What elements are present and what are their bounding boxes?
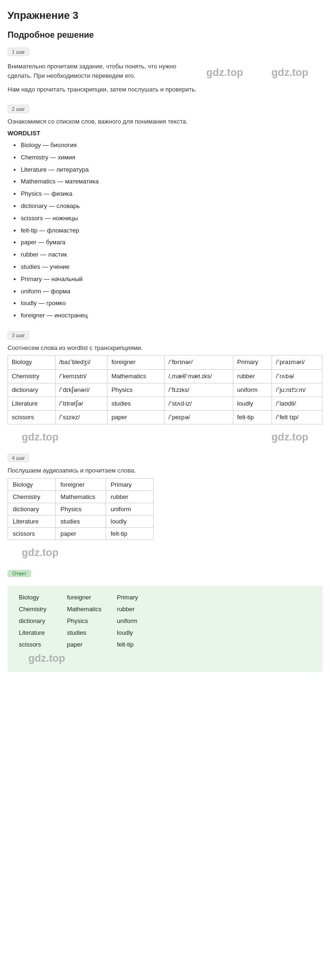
watermark-3: gdz.top — [22, 431, 58, 443]
table-cell: /ˈpeɪpə/ — [165, 411, 233, 424]
table-row: Literature/ˈlɪtrətʃə/studies/ˈstʌd·iz/lo… — [8, 397, 322, 411]
table-cell: /ˈfelt tɪp/ — [272, 411, 322, 424]
table-cell: Mathematics — [56, 490, 106, 503]
answer-section: Ответ BiologyforeignerPrimaryChemistryMa… — [8, 569, 322, 672]
table-cell: /ˈfɪzɪks/ — [165, 383, 233, 397]
watermark-row-1: Внимательно прочитаем задание, чтобы пон… — [8, 62, 322, 83]
page: Упражнение 3 Подробное решение 1 шаг Вни… — [0, 0, 330, 681]
step-1-badge: 1 шаг — [8, 48, 29, 56]
step-2: 2 шаг Ознакомимся со списком слов, важно… — [8, 105, 322, 321]
wordlist-item: studies — учение — [21, 262, 322, 272]
table-cell: dictionary — [8, 503, 56, 515]
wordlist-label: WORDLIST — [8, 130, 322, 137]
step-1: 1 шаг Внимательно прочитаем задание, что… — [8, 48, 322, 94]
table-cell: /ˈfɒrɪnər/ — [165, 356, 233, 369]
table-cell: studies — [56, 515, 106, 527]
table-cell: Biology — [8, 356, 56, 369]
table-cell: dictionary — [8, 383, 56, 397]
wordlist-item: Primary — начальный — [21, 274, 322, 284]
wordlist-item: Chemistry — химия — [21, 153, 322, 163]
table-cell: uniform — [112, 615, 160, 627]
wordlist-item: scissors — ножницы — [21, 214, 322, 224]
table-row: dictionaryPhysicsuniform — [8, 503, 154, 515]
step-3: 3 шаг Соотнесем слова из wordlist с тран… — [8, 331, 322, 443]
table-cell: Biology — [8, 478, 56, 490]
table-cell: /ˈrʌbə/ — [272, 369, 322, 383]
step-1-text-2: Нам надо прочитать транскрипции, затем п… — [8, 85, 322, 94]
wordlist-item: foreigner — иностранец — [21, 311, 322, 321]
table-cell: /ˈlaʊdli/ — [272, 397, 322, 411]
table-cell: /ˈjuːnɪfɔːm/ — [272, 383, 322, 397]
table-cell: Primary — [233, 356, 272, 369]
step-4-badge: 4 шаг — [8, 454, 29, 462]
table-cell: uniform — [233, 383, 272, 397]
wordlist-item: Biology — биология — [21, 141, 322, 150]
step-1-text-1: Внимательно прочитаем задание, чтобы пон… — [8, 62, 192, 80]
table-cell: rubber — [233, 369, 272, 383]
table-cell: Primary — [106, 478, 153, 490]
table-cell: felt-tip — [112, 639, 160, 650]
wordlist-item: felt-tip — фломастер — [21, 226, 322, 236]
table-cell: /ˈsɪzəz/ — [55, 411, 107, 424]
table-cell: Literature — [14, 627, 62, 639]
step-4-text-1: Послушаем аудиозапись и прочитаем слова. — [8, 466, 322, 475]
table-cell: scissors — [8, 527, 56, 540]
table-cell: Chemistry — [14, 603, 62, 615]
step-3-badge: 3 шаг — [8, 331, 29, 340]
wordlist-item: dictionary — словарь — [21, 201, 322, 211]
table-cell: Literature — [8, 515, 56, 527]
watermark-4: gdz.top — [272, 431, 308, 443]
wordlist: WORDLIST Biology — биологияChemistry — х… — [8, 130, 322, 321]
table-row: ChemistryMathematicsrubber — [14, 603, 160, 615]
step-3-text-1: Соотнесем слова из wordlist с транскрипц… — [8, 343, 322, 353]
table-cell: /ˌmæθˈmæt.ɪks/ — [165, 369, 233, 383]
step-2-badge: 2 шаг — [8, 105, 29, 113]
wordlist-item: loudly — громко — [21, 299, 322, 308]
table-cell: Physics — [62, 615, 112, 627]
table-cell: foreigner — [62, 591, 112, 603]
wordlist-item: Mathematics — математика — [21, 177, 322, 187]
table-cell: loudly — [106, 515, 153, 527]
table-cell: /ˈpraɪməri/ — [272, 356, 322, 369]
table-cell: dictionary — [14, 615, 62, 627]
watermark-row-answer: gdz.top — [14, 652, 316, 664]
answer-table: BiologyforeignerPrimaryChemistryMathemat… — [14, 591, 160, 650]
table-cell: /ˈlɪtrətʃə/ — [55, 397, 107, 411]
table-row: dictionary/ˈdɪkʃənəri/Physics/ˈfɪzɪks/un… — [8, 383, 322, 397]
table-cell: paper — [107, 411, 165, 424]
table-row: scissorspaperfelt-tip — [8, 527, 154, 540]
wordlist-item: rubber — ластик — [21, 250, 322, 260]
table-cell: studies — [107, 397, 165, 411]
table-cell: /ˈkemɪstri/ — [55, 369, 107, 383]
table-cell: Literature — [8, 397, 56, 411]
table-cell: scissors — [8, 411, 56, 424]
table-row: Biology/baɪˈbledʒi/foreigner/ˈfɒrɪnər/Pr… — [8, 356, 322, 369]
table-cell: Physics — [56, 503, 106, 515]
watermark-2: gdz.top — [272, 66, 308, 79]
page-title: Упражнение 3 — [8, 9, 322, 22]
wordlist-item: uniform — форма — [21, 287, 322, 297]
watermark-6: gdz.top — [28, 652, 65, 664]
audio-table: BiologyforeignerPrimaryChemistryMathemat… — [8, 478, 154, 540]
wordlist-item: Physics — физика — [21, 189, 322, 199]
table-row: Literaturestudiesloudly — [14, 627, 160, 639]
table-cell: paper — [62, 639, 112, 650]
table-cell: Chemistry — [8, 369, 56, 383]
match-table: Biology/baɪˈbledʒi/foreigner/ˈfɒrɪnər/Pr… — [8, 355, 322, 424]
table-cell: loudly — [112, 627, 160, 639]
table-cell: scissors — [14, 639, 62, 650]
table-cell: studies — [62, 627, 112, 639]
table-row: Chemistry/ˈkemɪstri/Mathematics/ˌmæθˈmæt… — [8, 369, 322, 383]
step-2-text-1: Ознакомимся со списком слов, важного для… — [8, 117, 322, 126]
table-cell: uniform — [106, 503, 153, 515]
table-cell: foreigner — [107, 356, 165, 369]
table-cell: Mathematics — [107, 369, 165, 383]
table-cell: Chemistry — [8, 490, 56, 503]
table-cell: felt-tip — [233, 411, 272, 424]
table-row: Literaturestudiesloudly — [8, 515, 154, 527]
table-cell: rubber — [112, 603, 160, 615]
step-4: 4 шаг Послушаем аудиозапись и прочитаем … — [8, 454, 322, 559]
table-cell: /ˈstʌd·iz/ — [165, 397, 233, 411]
table-cell: loudly — [233, 397, 272, 411]
table-row: scissorspaperfelt-tip — [14, 639, 160, 650]
